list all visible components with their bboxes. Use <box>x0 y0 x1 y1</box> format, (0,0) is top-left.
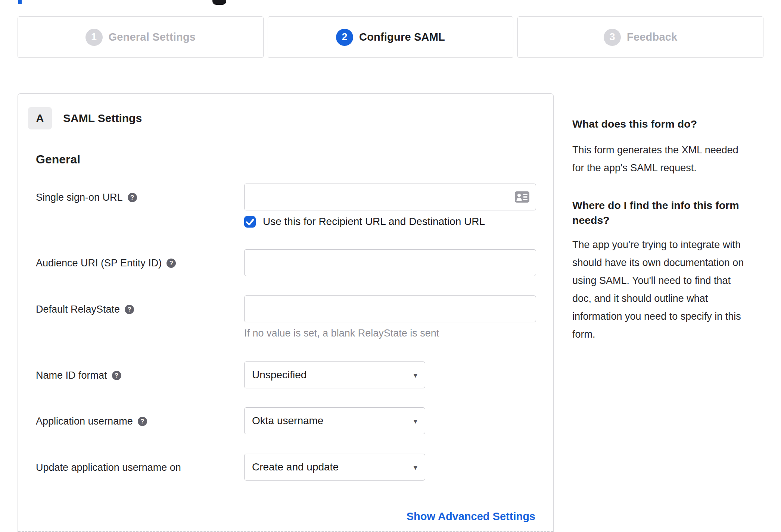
relaystate-hint: If no value is set, a blank RelayState i… <box>244 328 536 339</box>
select-value: Unspecified <box>252 369 307 381</box>
field-label: Application username <box>36 415 133 428</box>
cropped-dark-icon-artifact <box>212 0 226 5</box>
help-icon[interactable]: ? <box>138 417 147 426</box>
field-row-audience-uri: Audience URI (SP Entity ID) ? <box>36 249 553 276</box>
chevron-down-icon: ▾ <box>413 463 417 471</box>
field-row-default-relaystate: Default RelayState ? If no value is set,… <box>36 295 553 339</box>
field-label: Single sign-on URL <box>36 191 123 204</box>
use-for-recipient-checkbox[interactable] <box>244 216 256 228</box>
update-application-username-select[interactable]: Create and update ▾ <box>244 454 425 481</box>
wizard-stepper: 1 General Settings 2 Configure SAML 3 Fe… <box>18 16 763 58</box>
field-row-single-sign-on-url: Single sign-on URL ? <box>36 184 553 228</box>
saml-form: Single sign-on URL ? <box>36 184 553 523</box>
chevron-down-icon: ▾ <box>413 417 417 425</box>
field-label: Name ID format <box>36 369 107 382</box>
field-label: Update application username on <box>36 461 181 474</box>
select-value: Okta username <box>252 415 323 427</box>
section-title: SAML Settings <box>63 112 142 125</box>
step-feedback[interactable]: 3 Feedback <box>517 16 763 58</box>
section-badge: A <box>28 107 52 129</box>
field-row-application-username: Application username ? Okta username ▾ <box>36 407 553 434</box>
field-label: Audience URI (SP Entity ID) <box>36 257 162 269</box>
select-value: Create and update <box>252 461 339 473</box>
default-relaystate-input[interactable] <box>244 295 536 322</box>
help-icon[interactable]: ? <box>167 259 176 268</box>
field-row-update-application-username: Update application username on Create an… <box>36 454 553 481</box>
application-username-select[interactable]: Okta username ▾ <box>244 407 425 434</box>
field-row-name-id-format: Name ID format ? Unspecified ▾ <box>36 362 553 388</box>
help-sidebar: What does this form do? This form genera… <box>572 116 766 343</box>
chevron-down-icon: ▾ <box>413 371 417 379</box>
show-advanced-settings-link[interactable]: Show Advanced Settings <box>407 510 535 523</box>
step-number-badge: 2 <box>336 29 353 46</box>
cropped-blue-artifact <box>18 0 22 4</box>
single-sign-on-url-input[interactable] <box>244 184 536 210</box>
help-question-2: Where do I find the info this form needs… <box>572 198 765 228</box>
help-answer-2: The app you're trying to integrate with … <box>572 236 749 343</box>
step-label: General Settings <box>109 31 196 43</box>
step-label: Feedback <box>627 31 677 43</box>
panel-header: A SAML Settings <box>28 107 553 129</box>
checkbox-label: Use this for Recipient URL and Destinati… <box>263 216 485 228</box>
step-general-settings[interactable]: 1 General Settings <box>18 16 264 58</box>
saml-settings-panel: A SAML Settings General Single sign-on U… <box>18 93 554 532</box>
step-configure-saml[interactable]: 2 Configure SAML <box>268 16 514 58</box>
audience-uri-input[interactable] <box>244 249 536 276</box>
help-answer-1: This form generates the XML needed for t… <box>572 141 749 177</box>
general-heading: General <box>36 153 553 166</box>
step-number-badge: 1 <box>85 29 103 46</box>
help-icon[interactable]: ? <box>112 371 121 380</box>
step-number-badge: 3 <box>604 29 621 46</box>
help-icon[interactable]: ? <box>125 305 134 314</box>
step-label: Configure SAML <box>359 31 445 43</box>
field-label: Default RelayState <box>36 303 120 316</box>
help-icon[interactable]: ? <box>128 193 137 202</box>
help-question-1: What does this form do? <box>572 116 765 131</box>
use-for-recipient-row: Use this for Recipient URL and Destinati… <box>244 216 536 228</box>
name-id-format-select[interactable]: Unspecified ▾ <box>244 362 425 388</box>
